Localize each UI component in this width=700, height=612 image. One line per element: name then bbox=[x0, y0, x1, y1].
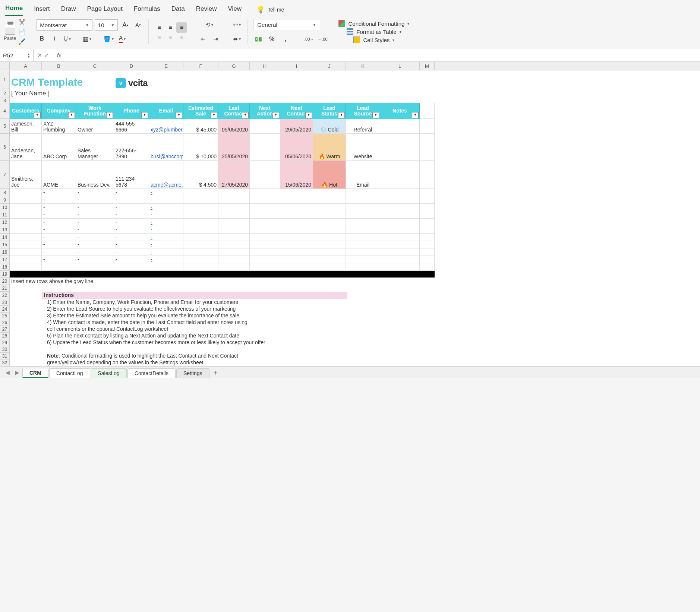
cell[interactable] bbox=[380, 204, 420, 211]
cell[interactable] bbox=[10, 306, 42, 313]
cell[interactable] bbox=[250, 271, 280, 278]
row-header[interactable]: 23 bbox=[0, 299, 10, 306]
cell[interactable] bbox=[10, 359, 42, 366]
table-header[interactable]: Estimated Sale▼ bbox=[183, 103, 218, 119]
table-header[interactable]: Customers▼ bbox=[10, 103, 42, 119]
cell[interactable] bbox=[280, 248, 313, 256]
cell[interactable] bbox=[218, 211, 250, 219]
paste-button[interactable]: Paste bbox=[4, 35, 16, 41]
cell-lead-status[interactable]: ❄️ Cold bbox=[313, 119, 346, 134]
cell-notes[interactable] bbox=[380, 119, 420, 134]
name-box[interactable]: R52▲▼ bbox=[0, 49, 34, 61]
format-as-table-button[interactable]: Format as Table▾ bbox=[347, 28, 401, 35]
row-header[interactable]: 21 bbox=[0, 285, 10, 292]
italic-button[interactable]: I bbox=[49, 34, 60, 44]
filter-icon[interactable]: ▼ bbox=[141, 112, 148, 118]
cell[interactable] bbox=[313, 248, 346, 256]
cell[interactable]: - bbox=[42, 196, 76, 204]
cell[interactable] bbox=[149, 271, 183, 278]
tell-me[interactable]: Tell me bbox=[268, 7, 284, 13]
cell[interactable] bbox=[420, 211, 435, 219]
cell[interactable] bbox=[250, 189, 280, 196]
cell-last-contact[interactable]: 25/05/2020 bbox=[218, 134, 250, 161]
cell[interactable] bbox=[183, 241, 218, 248]
cell[interactable] bbox=[250, 241, 280, 248]
cell[interactable]: - bbox=[149, 241, 183, 248]
cell[interactable]: - bbox=[149, 204, 183, 211]
cell[interactable] bbox=[42, 271, 76, 278]
cell[interactable] bbox=[10, 319, 42, 326]
cell[interactable] bbox=[313, 204, 346, 211]
cell[interactable] bbox=[183, 219, 218, 226]
font-size-select[interactable]: 10▼ bbox=[95, 19, 118, 31]
cell[interactable] bbox=[420, 196, 435, 204]
cell[interactable] bbox=[420, 204, 435, 211]
cell[interactable]: - bbox=[76, 189, 114, 196]
cell[interactable] bbox=[313, 196, 346, 204]
row-header[interactable]: 3 bbox=[0, 98, 10, 103]
cell-name[interactable]: Anderson, Jane bbox=[10, 134, 42, 161]
select-all-corner[interactable] bbox=[0, 62, 10, 70]
cell[interactable] bbox=[183, 263, 218, 271]
cell[interactable] bbox=[10, 292, 42, 299]
cell-next-contact[interactable]: 05/06/2020 bbox=[280, 134, 313, 161]
accept-formula-icon[interactable]: ✓ bbox=[44, 52, 49, 59]
cell[interactable] bbox=[313, 241, 346, 248]
cell[interactable]: - bbox=[114, 204, 149, 211]
cell[interactable] bbox=[280, 256, 313, 263]
cell[interactable] bbox=[346, 196, 380, 204]
comma-icon[interactable]: , bbox=[280, 34, 290, 44]
sheet-tab-settings[interactable]: Settings bbox=[176, 368, 209, 378]
cell[interactable] bbox=[10, 189, 42, 196]
cell[interactable] bbox=[346, 271, 380, 278]
filter-icon[interactable]: ▼ bbox=[338, 112, 345, 118]
cell[interactable]: - bbox=[149, 248, 183, 256]
col-header[interactable]: J bbox=[313, 62, 346, 70]
decrease-decimal-icon[interactable]: ←.00 bbox=[317, 34, 328, 44]
cell[interactable] bbox=[183, 248, 218, 256]
align-right-icon[interactable]: ≡ bbox=[176, 32, 187, 42]
cell[interactable] bbox=[250, 219, 280, 226]
cell[interactable] bbox=[420, 189, 435, 196]
col-header[interactable]: I bbox=[280, 62, 313, 70]
cell[interactable] bbox=[420, 226, 435, 234]
cell[interactable] bbox=[218, 248, 250, 256]
cell[interactable] bbox=[250, 256, 280, 263]
table-header[interactable]: Company▼ bbox=[42, 103, 76, 119]
cell[interactable] bbox=[280, 189, 313, 196]
decrease-indent-icon[interactable]: ⇤ bbox=[198, 34, 208, 44]
cell[interactable] bbox=[380, 219, 420, 226]
cell[interactable] bbox=[346, 234, 380, 241]
cell[interactable] bbox=[346, 219, 380, 226]
cell[interactable] bbox=[183, 204, 218, 211]
cell[interactable] bbox=[346, 241, 380, 248]
cell[interactable] bbox=[10, 256, 42, 263]
cell[interactable] bbox=[280, 211, 313, 219]
table-header[interactable]: Work Function▼ bbox=[76, 103, 114, 119]
cell[interactable]: - bbox=[149, 196, 183, 204]
cell[interactable] bbox=[218, 271, 250, 278]
cell[interactable] bbox=[10, 234, 42, 241]
cell[interactable]: - bbox=[76, 211, 114, 219]
cell[interactable] bbox=[10, 326, 42, 333]
cell[interactable] bbox=[280, 263, 313, 271]
cell[interactable]: - bbox=[76, 241, 114, 248]
row-header[interactable]: 1 bbox=[0, 70, 10, 89]
cell-lead-source[interactable]: Email bbox=[346, 161, 380, 189]
row-header[interactable]: 2 bbox=[0, 89, 10, 98]
cell[interactable] bbox=[10, 333, 42, 339]
row-header[interactable]: 32 bbox=[0, 359, 10, 366]
filter-icon[interactable]: ▼ bbox=[176, 112, 182, 118]
cell[interactable] bbox=[380, 241, 420, 248]
cell-phone[interactable]: 111-234-5678 bbox=[114, 161, 149, 189]
cell[interactable] bbox=[380, 234, 420, 241]
align-center-icon[interactable]: ≡ bbox=[165, 32, 176, 42]
cell[interactable] bbox=[218, 234, 250, 241]
cell-company[interactable]: ACME bbox=[42, 161, 76, 189]
row-header[interactable]: 9 bbox=[0, 196, 10, 204]
cell[interactable]: - bbox=[76, 196, 114, 204]
cell-lead-source[interactable]: Referral bbox=[346, 119, 380, 134]
table-header[interactable]: Email▼ bbox=[149, 103, 183, 119]
row-header[interactable]: 12 bbox=[0, 219, 10, 226]
table-header[interactable]: Notes▼ bbox=[380, 103, 420, 119]
